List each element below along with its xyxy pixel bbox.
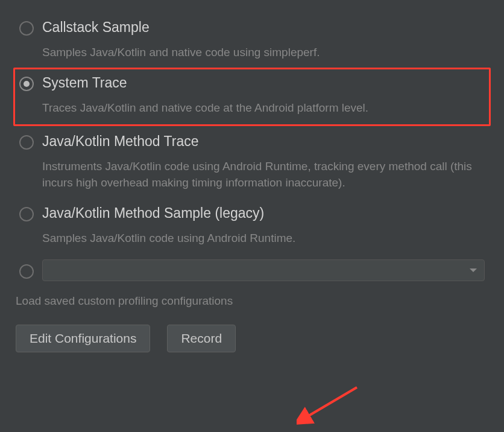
radio-custom-config[interactable]: [19, 264, 34, 279]
radio-selected-dot: [24, 81, 30, 87]
chevron-down-icon: [470, 268, 477, 272]
option-java-kotlin-method-sample-legacy[interactable]: Java/Kotlin Method Sample (legacy) Sampl…: [13, 198, 491, 253]
radio-java-kotlin-method-trace[interactable]: [19, 135, 34, 150]
button-row: Edit Configurations Record: [13, 314, 491, 363]
edit-configurations-button[interactable]: Edit Configurations: [16, 325, 150, 352]
helper-text: Load saved custom profiling configuratio…: [13, 287, 491, 314]
option-description: Instruments Java/Kotlin code using Andro…: [42, 159, 485, 191]
option-content: Callstack Sample Samples Java/Kotlin and…: [42, 19, 485, 60]
svg-line-1: [306, 387, 357, 418]
record-button[interactable]: Record: [167, 325, 236, 352]
option-title: System Trace: [42, 75, 485, 92]
option-title: Java/Kotlin Method Sample (legacy): [42, 205, 485, 222]
radio-java-kotlin-method-sample-legacy[interactable]: [19, 207, 34, 221]
radio-callstack-sample[interactable]: [19, 21, 34, 36]
option-content: Java/Kotlin Method Trace Instruments Jav…: [42, 133, 485, 191]
option-description: Samples Java/Kotlin and native code usin…: [42, 45, 485, 61]
option-content: Java/Kotlin Method Sample (legacy) Sampl…: [42, 205, 485, 246]
option-content: System Trace Traces Java/Kotlin and nati…: [42, 75, 485, 116]
option-system-trace[interactable]: System Trace Traces Java/Kotlin and nati…: [13, 68, 491, 126]
custom-config-dropdown[interactable]: [42, 259, 485, 281]
radio-system-trace[interactable]: [19, 77, 34, 91]
option-description: Traces Java/Kotlin and native code at th…: [42, 100, 485, 116]
option-callstack-sample[interactable]: Callstack Sample Samples Java/Kotlin and…: [13, 12, 491, 68]
option-title: Callstack Sample: [42, 19, 485, 36]
custom-config-row: [13, 253, 491, 287]
annotation-arrow-icon: [297, 384, 363, 427]
option-description: Samples Java/Kotlin code using Android R…: [42, 230, 485, 247]
option-java-kotlin-method-trace[interactable]: Java/Kotlin Method Trace Instruments Jav…: [13, 126, 491, 198]
option-title: Java/Kotlin Method Trace: [42, 133, 485, 150]
